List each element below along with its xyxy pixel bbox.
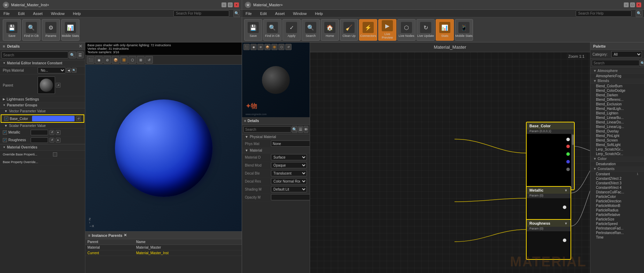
palette-item-constant3vect[interactable]: Constant3Vect 3 [590,181,644,185]
menu-asset-left[interactable]: Asset [31,11,45,16]
phys-material-back[interactable]: ◀ [66,68,71,73]
opacity-input[interactable]: 0.3333 [271,194,310,200]
menu-asset-right[interactable]: Asset [273,11,287,16]
close-button-left[interactable]: × [234,2,239,7]
preview-vp-btn-4[interactable]: 📦 [264,44,271,50]
palette-item-blend-hardlight[interactable]: Blend_HardLigh... [590,106,644,111]
menu-help-left[interactable]: Help [71,11,83,16]
menu-file-left[interactable]: File [1,11,12,16]
minimize-button-left[interactable]: − [222,2,226,7]
menu-edit-left[interactable]: Edit [16,11,27,16]
close-button-right[interactable]: × [636,2,641,7]
metallic-input[interactable]: 0.0 [31,130,48,135]
palette-item-particledirection[interactable]: ParticleDirection [590,199,644,203]
palette-item-blend-linearburn[interactable]: Blend_LinearBu... [590,115,644,120]
menu-window-right[interactable]: Window [291,11,309,16]
param-groups-section[interactable]: ▼ Parameter Groups [0,102,85,109]
apply-button[interactable]: ✓ Apply [282,19,301,41]
roughness-reset[interactable]: ↺ [49,138,54,143]
instance-parents-close[interactable]: ✕ [124,233,127,238]
decal-blend-select[interactable]: Translucent [271,170,307,176]
details-search-input[interactable] [1,51,68,58]
metallic-arrow[interactable]: ▸ [56,130,61,135]
palette-item-blend-colorburn[interactable]: Blend_ColorBurn [590,84,644,88]
menu-window-left[interactable]: Window [49,11,67,16]
base-color-reset[interactable]: ↺ [76,116,81,121]
palette-item-constant2vect[interactable]: Constant2Vect 2 [590,176,644,181]
phys-material-search[interactable]: 🔍 [72,68,77,73]
metallic-dropdown-icon[interactable]: ▼ [564,188,568,192]
roughness-checkbox[interactable] [3,138,7,142]
base-color-swatch[interactable] [32,116,75,121]
help-search-left[interactable] [173,10,229,17]
palette-item-blend-linearlight[interactable]: Blend_LinearLig... [590,125,644,129]
palette-item-particleradius[interactable]: ParticleRadius [590,208,644,212]
roughness-arrow[interactable]: ▸ [56,138,61,143]
scalar-param-header[interactable]: ▼ Scalar Parameter Value [0,123,85,129]
vp-btn-3[interactable]: ⊘ [103,56,111,64]
mobile-stats-button-right[interactable]: 📱 Mobile Stats [455,19,473,41]
preview-vp-btn-1[interactable]: ⬛ [243,44,250,50]
maximize-button-left[interactable]: □ [228,2,233,7]
menu-file-right[interactable]: File [243,11,254,16]
metallic-checkbox[interactable] [3,130,7,135]
preview-vp-btn-6[interactable]: ⬡ [278,44,285,50]
vp-btn-1[interactable]: ⬛ [87,56,94,64]
help-search-btn-right[interactable]: 🔍 [636,10,643,17]
vector-param-header[interactable]: ▼ Vector Parameter Value [0,109,85,114]
base-color-checkbox[interactable] [4,117,8,121]
palette-item-blend-darken[interactable]: Blend_Darken [590,93,644,97]
decal-response-select[interactable]: Color Normal Rough... [271,178,307,184]
palette-item-time[interactable]: Time [590,235,644,240]
preview-vp-btn-2[interactable]: ◉ [250,44,257,50]
phys-mat-input[interactable] [271,140,310,147]
palette-item-particlerelative[interactable]: ParticleRelative [590,212,644,217]
find-in-cb-button-left[interactable]: 🔍 Find in CB [22,19,40,41]
graph-canvas[interactable]: Zoom 1:1 Base_Color Par [310,52,590,273]
palette-item-blend-exclusion[interactable]: Blend_Exclusion [590,102,644,106]
preview-viewport[interactable]: ✦物 www.enginedx.com ⬛ ◉ ⊘ 📦 🔆 ⬡ ↺ [242,42,310,117]
search-button[interactable]: 🔍 Search [302,19,320,41]
vp-btn-6[interactable]: ⬡ [129,56,136,64]
palette-item-atmospheric-fog[interactable]: AtmosphericFog [590,74,644,78]
details-close[interactable]: ✕ [79,44,82,49]
palette-search-btn[interactable]: 🔍 [640,60,644,66]
help-search-right[interactable] [576,10,631,17]
palette-item-desaturation[interactable]: Desaturation [590,162,644,166]
palette-item-blend-pinlight[interactable]: Blend_PinLight [590,134,644,138]
live-update-button[interactable]: ↻ Live Update [417,19,435,41]
palette-item-perinstancefade[interactable]: PerInstanceFad... [590,226,644,231]
palette-item-blend-difference[interactable]: Blend_Differenc... [590,97,644,102]
vp-btn-5[interactable]: 🔆 [120,56,128,64]
vp-btn-8[interactable]: ↺ [145,56,153,64]
minimize-button-right[interactable]: − [624,2,629,7]
live-preview-button[interactable]: ▶ Live Preview [378,19,396,41]
mobile-stats-button-left[interactable]: 📊 Mobile Stats [61,19,79,41]
material-section[interactable]: ▼ Material [242,148,310,153]
palette-item-particlecolor[interactable]: ParticleColor [590,194,644,199]
find-in-cb-button-right[interactable]: 🔍 Find in CB [263,19,281,41]
parent-arrow[interactable]: ↗ [56,83,61,88]
maximize-button-right[interactable]: □ [630,2,635,7]
base-color-node[interactable]: Base_Color Param (0,0,0,1) [526,122,575,190]
roughness-dropdown-icon[interactable]: ▼ [564,222,568,225]
material-editor-section[interactable]: ▼ Material Editor Instance Constant [0,60,85,66]
save-button-right[interactable]: 💾 Save [244,19,262,41]
vp-btn-7[interactable]: ⊞ [137,56,145,64]
palette-item-lerp-scratchgrunge2[interactable]: Lerp_ScratchGr... [590,152,644,156]
palette-item-distancecullfade[interactable]: DistanceCullFac... [590,190,644,194]
palette-item-particlemotionb[interactable]: ParticleMotionB [590,203,644,208]
live-nodes-button[interactable]: ⬡ Live Nodes [397,19,416,41]
vp-btn-4[interactable]: 📦 [112,56,119,64]
palette-category-select[interactable]: All [611,51,642,57]
palette-item-blend-lighten[interactable]: Blend_Lighten [590,111,644,115]
table-row[interactable]: Material Material_Master [85,245,242,250]
palette-item-perinstancerand[interactable]: PerInstanceRan... [590,231,644,235]
palette-search-input[interactable] [592,60,639,66]
table-row[interactable]: Current Material_Master_Inst [85,250,242,256]
palette-item-constant[interactable]: Constant 1 [590,172,644,176]
details-filter-btn[interactable]: ☰ [77,51,84,58]
connectors-button[interactable]: ⚡ Connectors [359,19,377,41]
palette-item-blend-overlay[interactable]: Blend_Overlay [590,129,644,134]
material-overrides-section[interactable]: ▼ Material Overrides [0,144,85,151]
